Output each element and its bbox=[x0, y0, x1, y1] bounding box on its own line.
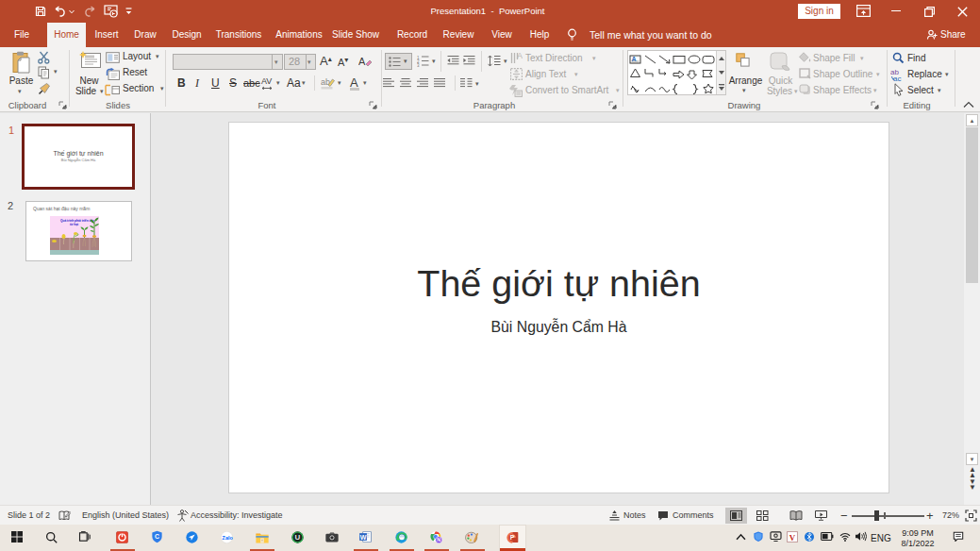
svg-text:P: P bbox=[510, 534, 515, 541]
svg-text:từ hạt: từ hạt bbox=[70, 223, 79, 226]
svg-text:Zalo: Zalo bbox=[223, 535, 233, 541]
svg-text:A: A bbox=[632, 56, 637, 62]
svg-text:N: N bbox=[437, 537, 440, 543]
svg-text:C: C bbox=[155, 533, 159, 540]
svg-text:V: V bbox=[789, 533, 796, 543]
svg-text:3: 3 bbox=[417, 63, 420, 67]
svg-text:A: A bbox=[517, 52, 523, 60]
svg-text:U: U bbox=[295, 533, 301, 542]
svg-text:ac: ac bbox=[893, 75, 901, 82]
svg-text:A: A bbox=[358, 56, 366, 67]
svg-text:AV: AV bbox=[261, 76, 272, 86]
svg-text:W: W bbox=[360, 534, 367, 541]
